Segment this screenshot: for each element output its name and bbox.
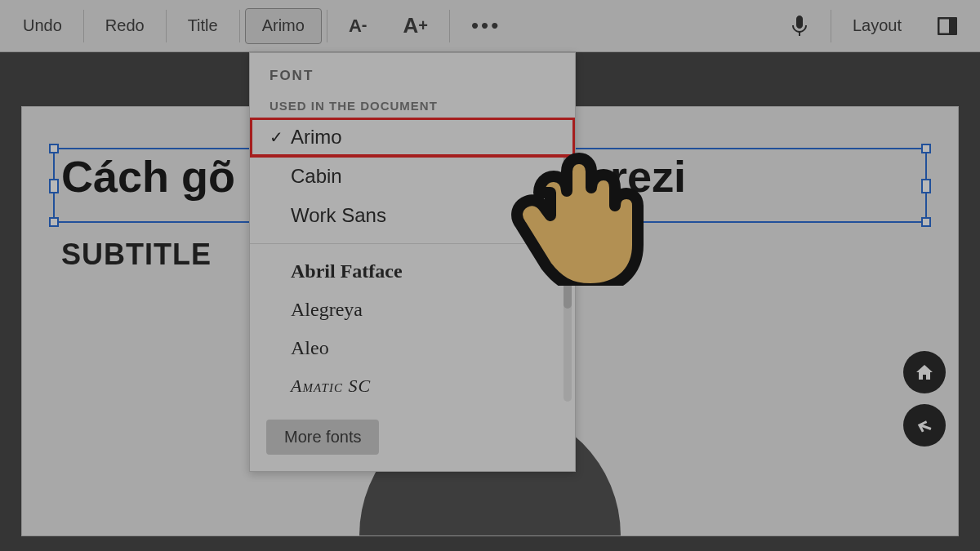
separator bbox=[831, 10, 831, 42]
font-select-button[interactable]: Arimo bbox=[245, 8, 322, 44]
font-item-label: Amatic SC bbox=[291, 375, 371, 397]
font-increase-icon: A+ bbox=[403, 13, 427, 38]
cursor-hand-icon bbox=[490, 122, 653, 289]
title-style-button[interactable]: Title bbox=[172, 8, 234, 44]
font-panel-header: FONT bbox=[250, 53, 575, 92]
ellipsis-icon: ••• bbox=[471, 13, 501, 38]
font-item-label: Abril Fatface bbox=[291, 260, 403, 282]
resize-handle-bl[interactable] bbox=[49, 217, 59, 227]
undo-button[interactable]: Undo bbox=[7, 8, 78, 44]
resize-handle-tr[interactable] bbox=[921, 144, 931, 153]
back-arrow-icon bbox=[914, 415, 935, 436]
font-item-alegreya[interactable]: Alegreya bbox=[250, 291, 575, 329]
separator bbox=[449, 10, 450, 42]
more-options-button[interactable]: ••• bbox=[455, 8, 517, 44]
font-item-label: Aleo bbox=[291, 337, 329, 359]
separator bbox=[166, 10, 167, 42]
check-icon: ✓ bbox=[270, 127, 291, 147]
subtitle-text[interactable]: SUBTITLE bbox=[61, 238, 212, 272]
redo-button[interactable]: Redo bbox=[89, 8, 161, 44]
font-section-used-label: USED IN THE DOCUMENT bbox=[250, 92, 575, 118]
font-item-label: Work Sans bbox=[291, 204, 386, 227]
font-item-aleo[interactable]: Aleo bbox=[250, 329, 575, 367]
separator bbox=[239, 10, 240, 42]
voice-button[interactable] bbox=[773, 8, 826, 44]
separator bbox=[83, 10, 84, 42]
home-button[interactable] bbox=[903, 351, 946, 393]
resize-handle-ml[interactable] bbox=[49, 179, 59, 193]
resize-handle-br[interactable] bbox=[921, 217, 931, 227]
toolbar: Undo Redo Title Arimo A- A+ ••• Layout bbox=[0, 0, 980, 52]
more-fonts-button[interactable]: More fonts bbox=[266, 420, 379, 455]
back-button[interactable] bbox=[903, 404, 946, 447]
font-decrease-icon: A- bbox=[349, 16, 368, 37]
font-item-amatic-sc[interactable]: Amatic SC bbox=[250, 367, 575, 405]
font-item-label: Cabin bbox=[291, 165, 342, 188]
svg-rect-1 bbox=[949, 18, 956, 34]
separator bbox=[327, 10, 327, 42]
font-item-label: Alegreya bbox=[291, 299, 363, 321]
resize-handle-tl[interactable] bbox=[49, 144, 59, 153]
font-size-increase-button[interactable]: A+ bbox=[386, 8, 443, 44]
font-size-decrease-button[interactable]: A- bbox=[332, 8, 384, 44]
layout-button[interactable]: Layout bbox=[836, 8, 918, 44]
panel-toggle-button[interactable] bbox=[921, 8, 973, 44]
font-item-label: Arimo bbox=[291, 126, 342, 149]
panel-icon bbox=[938, 17, 957, 35]
mic-icon bbox=[790, 15, 809, 38]
home-icon bbox=[915, 362, 934, 382]
resize-handle-mr[interactable] bbox=[921, 179, 931, 193]
